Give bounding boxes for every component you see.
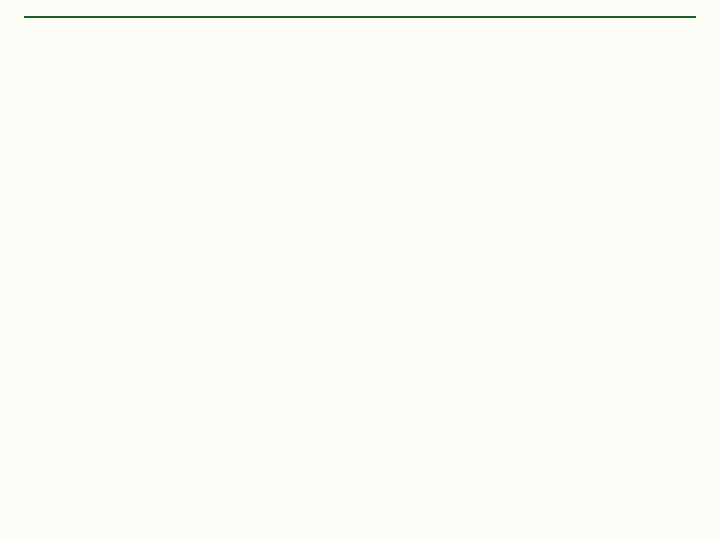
title-underline	[24, 16, 696, 18]
